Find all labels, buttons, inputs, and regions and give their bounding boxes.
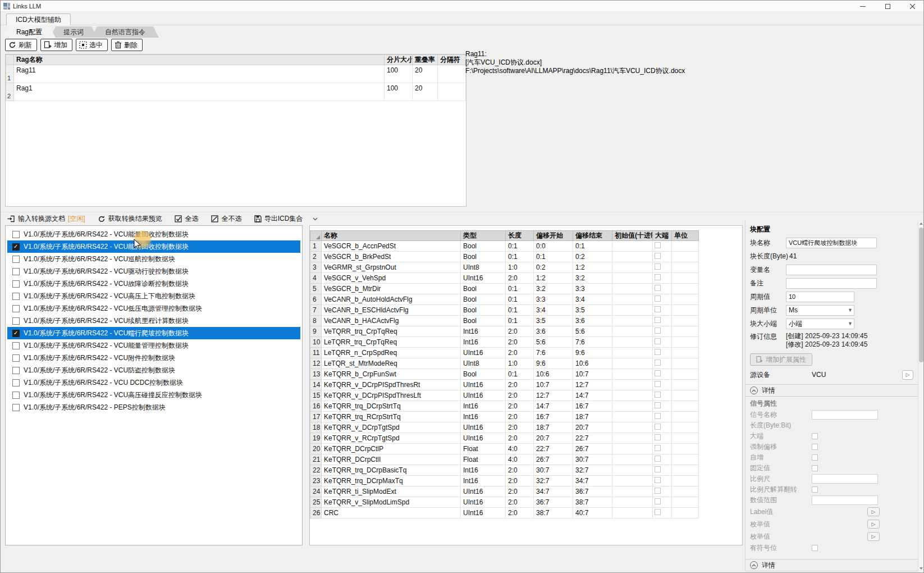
signal-table-row[interactable]: 14KeTQRR_v_DCrpPISpdThresRtUInt162:010:7…: [310, 380, 699, 390]
block-checkbox[interactable]: [12, 392, 20, 399]
signal-length-cell[interactable]: 1:0: [506, 262, 534, 273]
signal-offset-end-cell[interactable]: 32:7: [573, 465, 612, 476]
block-checkbox[interactable]: [12, 293, 20, 300]
tab-natural-language[interactable]: 自然语言指令: [92, 26, 159, 38]
signal-offset-end-cell[interactable]: 38:7: [573, 497, 612, 508]
signal-offset-start-cell[interactable]: 22:7: [534, 444, 573, 454]
bigendian-checkbox[interactable]: [655, 306, 661, 312]
select-all-button[interactable]: 全选: [172, 213, 201, 225]
signal-offset-start-cell[interactable]: 0:1: [534, 252, 573, 262]
signal-offset-end-cell[interactable]: 3:5: [573, 305, 612, 316]
signal-initial-value-cell[interactable]: [612, 358, 653, 369]
signal-name-cell[interactable]: KeTQRR_trq_RCrpStrtTq: [322, 412, 461, 422]
signal-name-cell[interactable]: KeTQRR_v_DCrpPISpdThresRt: [322, 380, 461, 390]
signal-initial-value-cell[interactable]: [612, 337, 653, 348]
col-header-chunk-size[interactable]: 分片大小: [385, 55, 413, 65]
toolbar-overflow-chevron-icon[interactable]: [313, 217, 318, 221]
bigendian-checkbox[interactable]: [655, 253, 661, 259]
signal-initial-value-cell[interactable]: [612, 433, 653, 444]
signal-unit-cell[interactable]: [672, 305, 699, 316]
signal-length-cell[interactable]: 2:0: [506, 337, 534, 348]
signal-type-cell[interactable]: UInt8: [461, 262, 506, 273]
minimize-button[interactable]: [850, 1, 875, 12]
bigendian-checkbox[interactable]: [655, 466, 661, 472]
signal-table-row[interactable]: 1VeSGCR_b_AccnPedStBool0:10:00:1: [310, 241, 699, 252]
delete-button[interactable]: 删除: [111, 39, 143, 51]
block-checkbox[interactable]: [12, 243, 20, 251]
rag-name-cell[interactable]: Rag11: [14, 65, 385, 83]
signal-name-cell[interactable]: KeTQRR_v_SlipModLimSpd: [322, 497, 461, 508]
enum-value-expand-button[interactable]: ▷: [867, 520, 880, 529]
signal-type-cell[interactable]: Bool: [461, 284, 506, 294]
preview-result-button[interactable]: 获取转换结果预览: [95, 213, 164, 225]
signal-table-row[interactable]: 22KeTQRR_trq_DCrpBasicTqInt162:030:732:7: [310, 465, 699, 476]
signal-offset-end-cell[interactable]: 3:6: [573, 316, 612, 326]
block-list-item[interactable]: V1.0/系统/子系统/6R/RS422 - VCU能量管理控制数据块: [7, 339, 300, 352]
signal-name-cell[interactable]: VeSGCR_b_MtrDir: [322, 284, 461, 294]
signal-offset-end-cell[interactable]: 0:1: [573, 241, 612, 252]
signal-offset-end-cell[interactable]: 18:7: [573, 412, 612, 422]
signal-type-cell[interactable]: Bool: [461, 316, 506, 326]
signal-name-cell[interactable]: KeTQRR_trq_DCrpStrtTq: [322, 401, 461, 412]
signal-table-row[interactable]: 19KeTQRR_v_RCrpTgtSpdUInt162:020:722:7: [310, 433, 699, 444]
signal-initial-value-cell[interactable]: [612, 326, 653, 337]
signal-offset-end-cell[interactable]: 14:7: [573, 390, 612, 401]
signal-table-row[interactable]: 18KeTQRR_v_DCrpTgtSpdUInt162:018:720:7: [310, 422, 699, 433]
block-checkbox[interactable]: [12, 305, 20, 312]
signal-length-cell[interactable]: 1:0: [506, 358, 534, 369]
scroll-up-arrow[interactable]: [920, 222, 923, 225]
signal-table-row[interactable]: 9VeTQRR_trq_CrpTqReqInt162:03:65:6: [310, 326, 699, 337]
signal-name-cell[interactable]: VeSGCR_v_VehSpd: [322, 273, 461, 284]
signal-initial-value-cell[interactable]: [612, 284, 653, 294]
signal-offset-end-cell[interactable]: 3:3: [573, 284, 612, 294]
signal-offset-end-cell[interactable]: 34:7: [573, 476, 612, 486]
signal-unit-cell[interactable]: [672, 326, 699, 337]
signal-table-row[interactable]: 2VeSGCR_b_BrkPedStBool0:10:10:2: [310, 252, 699, 262]
bigendian-checkbox[interactable]: [655, 424, 661, 430]
signal-table-row[interactable]: 20KeTQRR_DCrpCtlPFloat4:022:726:7: [310, 444, 699, 454]
signal-length-cell[interactable]: 2:0: [506, 465, 534, 476]
rag-name-cell[interactable]: Rag1: [14, 83, 385, 101]
rag-chunk-size-cell[interactable]: 100: [385, 83, 413, 101]
signal-unit-cell[interactable]: [672, 454, 699, 465]
block-list-item[interactable]: V1.0/系统/子系统/6R/RS422 - VCU低压电源管理控制数据块: [7, 302, 300, 315]
bigendian-checkbox[interactable]: [655, 392, 661, 398]
signal-table-row[interactable]: 26CRCUInt162:038:740:7: [310, 508, 699, 519]
details-collapse-bar-bottom[interactable]: 详情: [745, 559, 919, 571]
signal-offset-start-cell[interactable]: 3:6: [534, 326, 573, 337]
signal-initial-value-cell[interactable]: [612, 348, 653, 358]
signal-table-row[interactable]: 7VeCANR_b_ESCHldActvFlgBool0:13:43:5: [310, 305, 699, 316]
signal-length-cell[interactable]: 0:1: [506, 316, 534, 326]
signal-table-row[interactable]: 25KeTQRR_v_SlipModLimSpdUInt162:036:738:…: [310, 497, 699, 508]
signal-offset-start-cell[interactable]: 9:6: [534, 358, 573, 369]
signal-unit-cell[interactable]: [672, 252, 699, 262]
signed-bit-checkbox[interactable]: [812, 545, 818, 551]
bigendian-checkbox[interactable]: [655, 338, 661, 344]
signal-unit-cell[interactable]: [672, 401, 699, 412]
rag-separator-cell[interactable]: [438, 65, 466, 83]
signal-name-cell[interactable]: KeTQRR_v_DCrpTgtSpd: [322, 422, 461, 433]
col-header-offset-start[interactable]: 偏移开始: [534, 231, 573, 241]
signal-type-cell[interactable]: UInt16: [461, 486, 506, 497]
signal-initial-value-cell[interactable]: [612, 241, 653, 252]
refresh-button[interactable]: 刷新: [5, 39, 37, 51]
signal-type-cell[interactable]: UInt16: [461, 497, 506, 508]
tab-prompt[interactable]: 提示词: [50, 26, 97, 38]
bigendian-checkbox[interactable]: [655, 263, 661, 270]
signal-offset-start-cell[interactable]: 10:6: [534, 369, 573, 380]
signal-table-row[interactable]: 5VeSGCR_b_MtrDirBool0:13:23:3: [310, 284, 699, 294]
source-device-expand-button[interactable]: ▷: [902, 370, 913, 380]
col-header-length[interactable]: 长度: [506, 231, 534, 241]
signal-length-cell[interactable]: 2:0: [506, 390, 534, 401]
signal-initial-value-cell[interactable]: [612, 262, 653, 273]
block-list-item[interactable]: V1.0/系统/子系统/6R/RS422 - VCU附件控制数据块: [7, 352, 300, 364]
signal-initial-value-cell[interactable]: [612, 305, 653, 316]
signal-table-row[interactable]: 24KeTQRR_ti_SlipModExtUInt162:034:736:7: [310, 486, 699, 497]
rag-table-row[interactable]: 2Rag110020: [6, 83, 466, 101]
block-list-item[interactable]: V1.0/系统/子系统/6R/RS422 - PEPS控制数据块: [7, 401, 300, 413]
rag-table-row[interactable]: 1Rag1110020: [6, 65, 466, 83]
signal-type-cell[interactable]: Bool: [461, 241, 506, 252]
bigendian-checkbox[interactable]: [655, 242, 661, 248]
signal-type-cell[interactable]: Float: [461, 444, 506, 454]
block-list-item[interactable]: V1.0/系统/子系统/6R/RS422 - VCU巡航控制数据块: [7, 253, 300, 265]
